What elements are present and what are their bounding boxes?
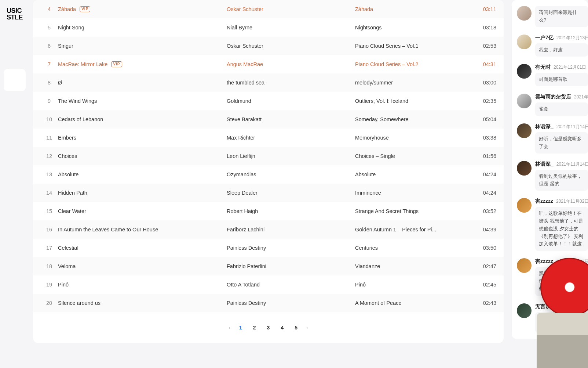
track-album[interactable]: Nightsongs: [355, 25, 474, 30]
avatar[interactable]: [517, 123, 532, 138]
comment-item[interactable]: 害zzzzz2021年11月02日哇，这歌单好绝！在街头 我想他了，可是想他也没…: [512, 194, 588, 255]
track-artist[interactable]: Oskar Schuster: [227, 43, 355, 49]
track-row[interactable]: 8Øthe tumbled seamelody/summer03:00: [33, 73, 504, 92]
avatar[interactable]: [517, 258, 532, 273]
comment-user[interactable]: 林语深_: [535, 161, 554, 167]
track-row[interactable]: 4ZáhadaVIPOskar SchusterZáhada03:11: [33, 0, 504, 18]
avatar[interactable]: [517, 303, 532, 318]
track-artist[interactable]: Steve Barakatt: [227, 116, 355, 122]
track-title-cell[interactable]: MacRae: Mirror LakeVIP: [58, 61, 227, 67]
avatar[interactable]: [517, 64, 532, 79]
track-title-cell[interactable]: The Wind Wings: [58, 98, 227, 104]
track-title-cell[interactable]: Ø: [58, 80, 227, 86]
track-album[interactable]: Outliers, Vol. I: Iceland: [355, 98, 474, 104]
track-artist[interactable]: Painless Destiny: [227, 300, 355, 306]
track-artist[interactable]: Painless Destiny: [227, 245, 355, 251]
logo[interactable]: USIC STLE: [7, 7, 23, 21]
track-row[interactable]: 13AbsoluteOzymandiasAbsolute04:24: [33, 165, 504, 184]
track-title-cell[interactable]: Clear Water: [58, 208, 227, 214]
comment-item[interactable]: 林语深_2021年11月14日看到过类似的故事，但是 起的: [512, 157, 588, 195]
track-row[interactable]: 10Cedars of LebanonSteve BarakattSomeday…: [33, 110, 504, 129]
track-title-cell[interactable]: Choices: [58, 153, 227, 159]
track-title-cell[interactable]: Singur: [58, 43, 227, 49]
track-row[interactable]: 14Hidden PathSleep DealerImminence04:24: [33, 184, 504, 202]
track-artist[interactable]: Niall Byrne: [227, 25, 355, 30]
comment-user[interactable]: 雲与雨的杂货店: [535, 94, 571, 100]
track-title-cell[interactable]: ZáhadaVIP: [58, 6, 227, 12]
track-artist[interactable]: Fabrizio Paterlini: [227, 263, 355, 269]
track-album[interactable]: Piano Cloud Series – Vol.2: [355, 61, 474, 67]
track-title-cell[interactable]: Embers: [58, 135, 227, 141]
comment-item[interactable]: 一户7亿2021年12月13日我去，好虐: [512, 31, 588, 61]
avatar[interactable]: [517, 6, 532, 21]
track-row[interactable]: 16In Autumn the Leaves Came to Our House…: [33, 220, 504, 239]
comment-item[interactable]: 林语深_2021年11月14日好听，但是感觉听多了会: [512, 120, 588, 157]
comment-user[interactable]: 害zzzzz: [535, 258, 553, 265]
track-row[interactable]: 20Silence around usPainless DestinyA Mom…: [33, 294, 504, 312]
avatar[interactable]: [517, 35, 532, 49]
track-row[interactable]: 5Night SongNiall ByrneNightsongs03:18: [33, 18, 504, 37]
track-album[interactable]: Memoryhouse: [355, 135, 474, 141]
track-album[interactable]: Absolute: [355, 172, 474, 177]
comment-user[interactable]: 有无时: [535, 64, 551, 71]
track-album[interactable]: Someday, Somewhere: [355, 116, 474, 122]
track-album[interactable]: Choices – Single: [355, 153, 474, 159]
track-row[interactable]: 6SingurOskar SchusterPiano Cloud Series …: [33, 37, 504, 55]
track-row[interactable]: 9The Wind WingsGoldmundOutliers, Vol. I:…: [33, 92, 504, 110]
track-row[interactable]: 15Clear WaterRobert HaighStrange And Sec…: [33, 202, 504, 220]
track-row[interactable]: 18VelomaFabrizio PaterliniViandanze02:47: [33, 257, 504, 275]
track-artist[interactable]: Leon Lieffijn: [227, 153, 355, 159]
track-row[interactable]: 12ChoicesLeon LieffijnChoices – Single01…: [33, 147, 504, 165]
track-album[interactable]: Imminence: [355, 190, 474, 196]
avatar[interactable]: [517, 198, 532, 213]
track-row[interactable]: 19PinôOtto A TotlandPinô02:45: [33, 275, 504, 294]
track-artist[interactable]: the tumbled sea: [227, 80, 355, 86]
track-artist[interactable]: Otto A Totland: [227, 282, 355, 288]
nav-card[interactable]: [4, 69, 26, 91]
page-5[interactable]: 5: [292, 323, 300, 332]
track-row[interactable]: 17CelestialPainless DestinyCenturies03:5…: [33, 239, 504, 257]
page-1[interactable]: 1: [237, 323, 244, 332]
page-2[interactable]: 2: [251, 323, 258, 332]
floating-image-widget[interactable]: [537, 313, 588, 368]
track-title-cell[interactable]: Night Song: [58, 25, 227, 30]
track-title-cell[interactable]: Celestial: [58, 245, 227, 251]
track-album[interactable]: Golden Autumn 1 – Pieces for Pi...: [355, 227, 474, 232]
comment-item[interactable]: 请问封面来源是什么?: [512, 2, 588, 31]
track-artist[interactable]: Goldmund: [227, 98, 355, 104]
avatar[interactable]: [517, 94, 532, 108]
track-title-cell[interactable]: Absolute: [58, 172, 227, 177]
page-3[interactable]: 3: [265, 323, 272, 332]
track-artist[interactable]: Fariborz Lachini: [227, 227, 355, 232]
comment-item[interactable]: 雲与雨的杂货店2021年雀食: [512, 90, 588, 120]
comment-user[interactable]: 一户7亿: [535, 35, 554, 41]
track-title-cell[interactable]: Hidden Path: [58, 190, 227, 196]
track-album[interactable]: Strange And Secret Things: [355, 208, 474, 214]
track-artist[interactable]: Sleep Dealer: [227, 190, 355, 196]
track-album[interactable]: Pinô: [355, 282, 474, 288]
comment-item[interactable]: 有无时2021年12月01日封面是哪首歌: [512, 60, 588, 90]
track-artist[interactable]: Robert Haigh: [227, 208, 355, 214]
track-album[interactable]: A Moment of Peace: [355, 300, 474, 306]
page-4[interactable]: 4: [278, 323, 286, 332]
page-next[interactable]: ›: [306, 325, 308, 331]
track-title-cell[interactable]: In Autumn the Leaves Came to Our House: [58, 227, 227, 232]
track-artist[interactable]: Ozymandias: [227, 172, 355, 177]
comment-user[interactable]: 林语深_: [535, 123, 554, 130]
track-artist[interactable]: Angus MacRae: [227, 61, 355, 67]
track-album[interactable]: Centuries: [355, 245, 474, 251]
track-artist[interactable]: Max Richter: [227, 135, 355, 141]
track-title-cell[interactable]: Cedars of Lebanon: [58, 116, 227, 122]
track-album[interactable]: melody/summer: [355, 80, 474, 86]
track-album[interactable]: Piano Cloud Series – Vol.1: [355, 43, 474, 49]
avatar[interactable]: [517, 161, 532, 176]
track-row[interactable]: 7MacRae: Mirror LakeVIPAngus MacRaePiano…: [33, 55, 504, 73]
track-title-cell[interactable]: Silence around us: [58, 300, 227, 306]
track-row[interactable]: 11EmbersMax RichterMemoryhouse03:38: [33, 129, 504, 147]
track-album[interactable]: Záhada: [355, 6, 474, 12]
track-album[interactable]: Viandanze: [355, 263, 474, 269]
track-title-cell[interactable]: Pinô: [58, 282, 227, 288]
page-prev[interactable]: ‹: [229, 325, 230, 331]
track-artist[interactable]: Oskar Schuster: [227, 6, 355, 12]
track-title-cell[interactable]: Veloma: [58, 263, 227, 269]
